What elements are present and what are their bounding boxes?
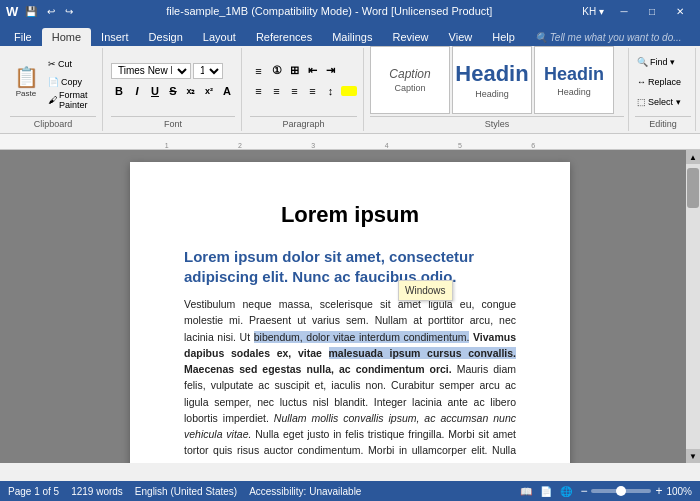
select-icon: ⬚ <box>637 97 646 107</box>
format-painter-icon: 🖌 <box>48 95 57 105</box>
subscript-button[interactable]: x₂ <box>183 83 199 99</box>
ruler-mark-6: 6 <box>497 142 570 149</box>
quick-undo-icon[interactable]: ↩ <box>44 5 58 18</box>
font-color-button[interactable]: A <box>219 83 235 99</box>
format-painter-button[interactable]: 🖌 Format Painter <box>46 92 96 108</box>
align-center-button[interactable]: ≡ <box>269 83 285 99</box>
accessibility-status: Accessibility: Unavailable <box>249 486 361 497</box>
tab-help[interactable]: Help <box>482 28 525 46</box>
replace-label: Replace <box>648 77 681 87</box>
minimize-btn[interactable]: ─ <box>610 0 638 22</box>
strikethrough-button[interactable]: S <box>165 83 181 99</box>
cut-button[interactable]: ✂ Cut <box>46 56 96 72</box>
tab-review[interactable]: Review <box>383 28 439 46</box>
justify-button[interactable]: ≡ <box>305 83 321 99</box>
clipboard-group: 📋 Paste ✂ Cut 📄 Copy 🖌 Format Painter Cl… <box>4 48 103 131</box>
paste-button[interactable]: 📋 Paste <box>10 56 42 108</box>
replace-icon: ↔ <box>637 77 646 87</box>
close-btn[interactable]: ✕ <box>666 0 694 22</box>
paragraph-label: Paragraph <box>250 116 357 129</box>
tooltip-text: Windows <box>405 285 446 296</box>
doc-subheading: Lorem ipsum dolor sit amet, consectetur … <box>184 247 516 286</box>
ruler-mark-3: 3 <box>277 142 350 149</box>
copy-icon: 📄 <box>48 77 59 87</box>
underline-button[interactable]: U <box>147 83 163 99</box>
style-heading1-label: Heading <box>475 89 509 99</box>
doc-area: Lorem ipsum Lorem ipsum dolor sit amet, … <box>0 150 700 463</box>
quick-save-icon[interactable]: 💾 <box>22 5 40 18</box>
zoom-out-btn[interactable]: − <box>580 484 587 498</box>
styles-row: Caption Caption Headin Heading Headin He… <box>370 46 624 114</box>
copy-button[interactable]: 📄 Copy <box>46 74 96 90</box>
tab-mailings[interactable]: Mailings <box>322 28 382 46</box>
align-right-button[interactable]: ≡ <box>287 83 303 99</box>
selected-text-2: malesuada ipsum cursus convallis. <box>329 347 516 359</box>
page-count: Page 1 of 5 <box>8 486 59 497</box>
decrease-indent-button[interactable]: ⇤ <box>305 63 321 79</box>
editing-label: Editing <box>635 116 691 129</box>
line-spacing-button[interactable]: ↕ <box>323 83 339 99</box>
ruler-mark-1: 1 <box>130 142 203 149</box>
ribbon-tabs: File Home Insert Design Layout Reference… <box>0 22 700 46</box>
tab-view[interactable]: View <box>439 28 483 46</box>
copy-label: Copy <box>61 77 82 87</box>
bold-button[interactable]: B <box>111 83 127 99</box>
style-heading2-preview: Headin <box>544 64 604 85</box>
tell-me-input[interactable]: 🔍 Tell me what you want to do... <box>525 29 692 46</box>
font-size-select[interactable]: 12 <box>193 63 223 79</box>
tab-insert[interactable]: Insert <box>91 28 139 46</box>
ribbon: 📋 Paste ✂ Cut 📄 Copy 🖌 Format Painter Cl… <box>0 46 700 134</box>
find-label: Find ▾ <box>650 57 675 67</box>
style-heading1-preview: Headin <box>455 61 528 87</box>
style-heading2-label: Heading <box>557 87 591 97</box>
numbering-button[interactable]: ① <box>269 63 285 79</box>
scroll-down-arrow[interactable]: ▼ <box>686 449 700 463</box>
font-group: Times New Roman 12 B I U S x₂ x² A Font <box>105 48 242 131</box>
status-bar: Page 1 of 5 1219 words English (United S… <box>0 481 700 501</box>
scroll-thumb[interactable] <box>687 168 699 208</box>
ruler-mark-2: 2 <box>203 142 276 149</box>
document-page: Lorem ipsum Lorem ipsum dolor sit amet, … <box>130 162 570 463</box>
zoom-controls: − + 100% <box>580 484 692 498</box>
find-button[interactable]: 🔍 Find ▾ <box>635 54 691 70</box>
editing-group: 🔍 Find ▾ ↔ Replace ⬚ Select ▾ Editing <box>631 48 696 131</box>
window-controls: KH ▾ ─ □ ✕ <box>582 0 694 22</box>
scrollbar[interactable]: ▲ ▼ <box>686 150 700 463</box>
view-web-icon[interactable]: 🌐 <box>560 486 572 497</box>
scroll-up-arrow[interactable]: ▲ <box>686 150 700 164</box>
italic-button[interactable]: I <box>129 83 145 99</box>
font-name-row: Times New Roman 12 <box>111 63 235 79</box>
tab-home[interactable]: Home <box>42 28 91 46</box>
tab-layout[interactable]: Layout <box>193 28 246 46</box>
styles-group: Caption Caption Headin Heading Headin He… <box>366 48 629 131</box>
align-left-button[interactable]: ≡ <box>251 83 267 99</box>
multilevel-list-button[interactable]: ⊞ <box>287 63 303 79</box>
style-heading2[interactable]: Headin Heading <box>534 46 614 114</box>
clipboard-small-btns: ✂ Cut 📄 Copy 🖌 Format Painter <box>46 56 96 108</box>
select-button[interactable]: ⬚ Select ▾ <box>635 94 691 110</box>
style-caption[interactable]: Caption Caption <box>370 46 450 114</box>
quick-redo-icon[interactable]: ↪ <box>62 5 76 18</box>
font-name-select[interactable]: Times New Roman <box>111 63 191 79</box>
replace-button[interactable]: ↔ Replace <box>635 74 691 90</box>
editing-content: 🔍 Find ▾ ↔ Replace ⬚ Select ▾ <box>635 50 691 113</box>
ruler: 1 2 3 4 5 6 <box>0 134 700 150</box>
zoom-slider[interactable] <box>591 489 651 493</box>
bullets-button[interactable]: ≡ <box>251 63 267 79</box>
increase-indent-button[interactable]: ⇥ <box>323 63 339 79</box>
title-text: file-sample_1MB (Compatibility Mode) - W… <box>76 5 582 17</box>
find-icon: 🔍 <box>637 57 648 67</box>
tab-design[interactable]: Design <box>139 28 193 46</box>
style-heading1[interactable]: Headin Heading <box>452 46 532 114</box>
tab-file[interactable]: File <box>4 28 42 46</box>
view-print-icon[interactable]: 📄 <box>540 486 552 497</box>
zoom-in-btn[interactable]: + <box>655 484 662 498</box>
ruler-mark-4: 4 <box>350 142 423 149</box>
word-icon: W <box>6 4 18 19</box>
tab-references[interactable]: References <box>246 28 322 46</box>
superscript-button[interactable]: x² <box>201 83 217 99</box>
maximize-btn[interactable]: □ <box>638 0 666 22</box>
shading-button[interactable] <box>341 86 357 96</box>
view-read-icon[interactable]: 📖 <box>520 486 532 497</box>
styles-label: Styles <box>370 116 624 129</box>
